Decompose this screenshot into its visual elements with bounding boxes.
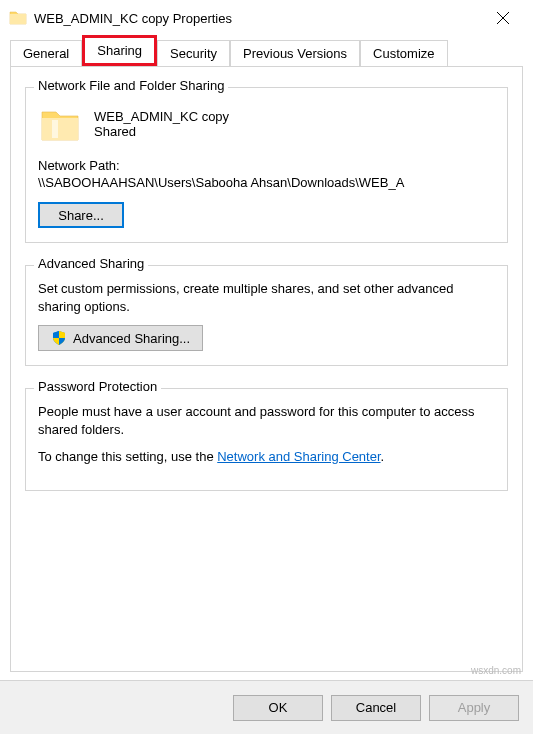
advanced-sharing-group: Advanced Sharing Set custom permissions,…	[25, 265, 508, 366]
shield-icon	[51, 330, 67, 346]
tab-strip: General Sharing Security Previous Versio…	[0, 36, 533, 66]
tab-previous-versions[interactable]: Previous Versions	[230, 40, 360, 66]
window-title: WEB_ADMIN_KC copy Properties	[34, 11, 481, 26]
titlebar: WEB_ADMIN_KC copy Properties	[0, 0, 533, 36]
svg-rect-2	[52, 120, 58, 138]
advanced-sharing-button[interactable]: Advanced Sharing...	[38, 325, 203, 351]
tab-sharing[interactable]: Sharing	[82, 35, 157, 66]
network-path-label: Network Path:	[38, 158, 495, 173]
tab-general[interactable]: General	[10, 40, 82, 66]
properties-window: WEB_ADMIN_KC copy Properties General Sha…	[0, 0, 533, 734]
close-button[interactable]	[481, 3, 525, 33]
network-sharing-title: Network File and Folder Sharing	[34, 78, 228, 93]
tab-security[interactable]: Security	[157, 40, 230, 66]
password-protection-text: People must have a user account and pass…	[38, 403, 495, 438]
password-protection-title: Password Protection	[34, 379, 161, 394]
shared-folder-name: WEB_ADMIN_KC copy	[94, 109, 229, 124]
change-text-period: .	[381, 449, 385, 464]
dialog-footer: OK Cancel Apply	[0, 680, 533, 734]
apply-button[interactable]: Apply	[429, 695, 519, 721]
watermark: wsxdn.com	[471, 665, 521, 676]
network-sharing-center-link[interactable]: Network and Sharing Center	[217, 449, 380, 464]
folder-large-icon	[38, 102, 82, 146]
folder-info-row: WEB_ADMIN_KC copy Shared	[38, 102, 495, 146]
password-protection-group: Password Protection People must have a u…	[25, 388, 508, 491]
password-protection-change: To change this setting, use the Network …	[38, 448, 495, 466]
tab-customize[interactable]: Customize	[360, 40, 447, 66]
advanced-sharing-text: Set custom permissions, create multiple …	[38, 280, 495, 315]
change-text-prefix: To change this setting, use the	[38, 449, 217, 464]
ok-button[interactable]: OK	[233, 695, 323, 721]
network-path-value: \\SABOOHAAHSAN\Users\Sabooha Ahsan\Downl…	[38, 175, 495, 190]
cancel-button[interactable]: Cancel	[331, 695, 421, 721]
tab-content: Network File and Folder Sharing WEB_ADMI…	[10, 66, 523, 672]
advanced-sharing-title: Advanced Sharing	[34, 256, 148, 271]
advanced-sharing-button-label: Advanced Sharing...	[73, 331, 190, 346]
folder-info: WEB_ADMIN_KC copy Shared	[94, 109, 229, 139]
close-icon	[496, 11, 510, 25]
network-sharing-group: Network File and Folder Sharing WEB_ADMI…	[25, 87, 508, 243]
shared-folder-status: Shared	[94, 124, 229, 139]
folder-icon	[8, 8, 28, 28]
share-button[interactable]: Share...	[38, 202, 124, 228]
